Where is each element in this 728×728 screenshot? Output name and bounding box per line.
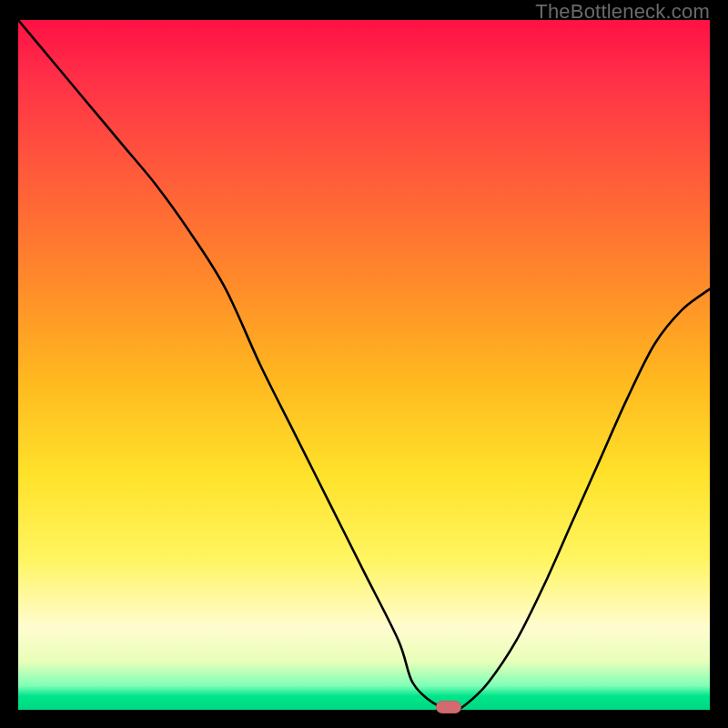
bottleneck-curve <box>18 20 710 710</box>
plot-area <box>18 20 710 710</box>
chart-frame: TheBottleneck.com <box>0 0 728 728</box>
optimal-point-marker <box>436 701 461 713</box>
